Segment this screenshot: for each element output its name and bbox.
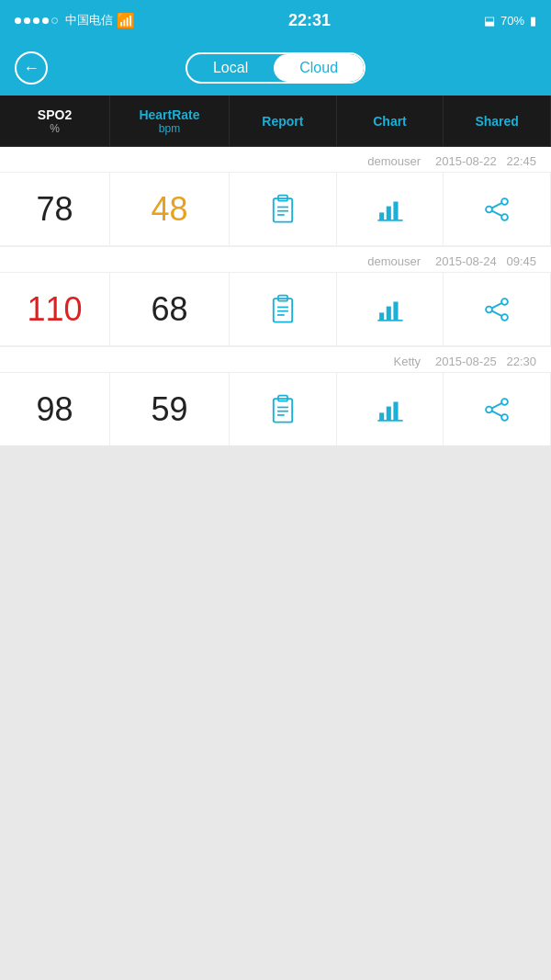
- report-btn-1[interactable]: [230, 173, 337, 245]
- records-list: demouser 2015-08-22 22:45 78 48: [0, 147, 551, 445]
- chart-btn-2[interactable]: [337, 273, 444, 345]
- svg-point-9: [501, 198, 508, 205]
- svg-line-13: [492, 210, 501, 215]
- report-btn-3[interactable]: [230, 373, 337, 445]
- svg-point-25: [501, 314, 508, 321]
- spo2-label: SPO2: [38, 107, 72, 122]
- time-3: 22:30: [506, 355, 536, 368]
- svg-point-23: [501, 299, 508, 305]
- chart-btn-3[interactable]: [337, 373, 444, 445]
- chart-btn-1[interactable]: [337, 173, 444, 245]
- username-2: demouser: [367, 254, 421, 268]
- table-row: Ketty 2015-08-25 22:30 98 59: [0, 347, 551, 445]
- svg-point-37: [501, 399, 508, 405]
- wifi-icon: 📶: [117, 12, 135, 29]
- share-icon: [481, 294, 512, 325]
- svg-rect-19: [379, 312, 384, 321]
- svg-rect-21: [393, 301, 398, 320]
- hr-value-3: 59: [110, 373, 230, 445]
- username-1: demouser: [367, 154, 421, 168]
- status-time: 22:31: [288, 11, 331, 30]
- spo2-value-3: 98: [0, 373, 110, 445]
- clipboard-icon: [267, 194, 298, 225]
- svg-rect-33: [379, 412, 384, 421]
- svg-line-41: [492, 411, 501, 415]
- svg-point-39: [501, 414, 508, 421]
- table-row: demouser 2015-08-24 09:45 110 68: [0, 247, 551, 345]
- signal-dot-1: [15, 17, 21, 24]
- nav-bar: ← Local Cloud: [0, 40, 551, 96]
- signal-dots: [15, 17, 58, 24]
- record-meta-3: Ketty 2015-08-25 22:30: [0, 347, 551, 372]
- signal-dot-2: [24, 17, 30, 24]
- empty-content-area: [0, 447, 551, 879]
- toggle-group: Local Cloud: [186, 52, 365, 84]
- clipboard-icon: [267, 394, 298, 425]
- chart-icon: [375, 194, 406, 225]
- back-button[interactable]: ←: [15, 51, 48, 84]
- chart-column-header: Chart: [337, 96, 444, 146]
- svg-rect-5: [379, 212, 384, 220]
- date-1: 2015-08-22: [435, 154, 497, 168]
- report-btn-2[interactable]: [230, 273, 337, 345]
- shared-label: Shared: [475, 114, 518, 129]
- spo2-column-header: SPO2 %: [0, 96, 110, 146]
- status-right: ⬓ 70% ▮: [484, 14, 536, 28]
- chart-icon: [375, 294, 406, 325]
- svg-line-40: [492, 403, 501, 408]
- cloud-toggle-button[interactable]: Cloud: [274, 54, 364, 82]
- spo2-value-2: 110: [0, 273, 110, 345]
- date-3: 2015-08-25: [435, 355, 497, 368]
- battery-icon: ▮: [530, 14, 536, 28]
- username-3: Ketty: [393, 355, 421, 368]
- carrier-label: 中国电信: [65, 12, 113, 28]
- hr-column-header: HeartRate bpm: [110, 96, 230, 146]
- signal-dot-4: [42, 17, 49, 24]
- datetime-2: 2015-08-24 09:45: [435, 254, 536, 268]
- chart-label: Chart: [373, 114, 407, 129]
- svg-point-38: [486, 406, 492, 412]
- datetime-3: 2015-08-25 22:30: [435, 355, 536, 368]
- svg-point-10: [486, 206, 492, 212]
- share-icon: [481, 394, 512, 425]
- local-toggle-button[interactable]: Local: [187, 54, 274, 82]
- svg-rect-7: [393, 201, 398, 220]
- datetime-1: 2015-08-22 22:45: [435, 154, 536, 168]
- share-btn-2[interactable]: [444, 273, 551, 345]
- shared-column-header: Shared: [444, 96, 551, 146]
- spo2-sub-label: %: [50, 122, 60, 135]
- report-label: Report: [262, 114, 303, 129]
- svg-line-27: [492, 310, 501, 315]
- svg-line-26: [492, 303, 501, 308]
- time-2: 09:45: [506, 254, 536, 268]
- spo2-value-1: 78: [0, 173, 110, 245]
- hr-value-1: 48: [110, 173, 230, 245]
- share-btn-1[interactable]: [444, 173, 551, 245]
- svg-rect-20: [386, 306, 390, 320]
- signal-dot-5: [51, 17, 58, 24]
- share-btn-3[interactable]: [444, 373, 551, 445]
- date-2: 2015-08-24: [435, 254, 497, 268]
- back-arrow-icon: ←: [23, 59, 39, 78]
- record-data-1: 78 48: [0, 172, 551, 245]
- status-bar: 中国电信 📶 22:31 ⬓ 70% ▮: [0, 0, 551, 40]
- column-headers: SPO2 % HeartRate bpm Report Chart Shared: [0, 96, 551, 147]
- record-meta-2: demouser 2015-08-24 09:45: [0, 247, 551, 272]
- hr-value-2: 68: [110, 273, 230, 345]
- report-column-header: Report: [230, 96, 337, 146]
- svg-rect-34: [386, 406, 390, 420]
- record-meta-1: demouser 2015-08-22 22:45: [0, 147, 551, 172]
- svg-rect-6: [386, 206, 390, 220]
- table-row: demouser 2015-08-22 22:45 78 48: [0, 147, 551, 245]
- svg-point-24: [486, 306, 492, 312]
- hr-sub-label: bpm: [159, 122, 180, 135]
- hr-label: HeartRate: [139, 107, 199, 122]
- signal-dot-3: [33, 17, 39, 24]
- svg-point-11: [501, 214, 508, 220]
- svg-rect-35: [393, 401, 398, 420]
- record-data-3: 98 59: [0, 372, 551, 445]
- battery-label: 70%: [500, 14, 524, 28]
- clipboard-icon: [267, 294, 298, 325]
- time-1: 22:45: [506, 154, 536, 168]
- chart-icon: [375, 394, 406, 425]
